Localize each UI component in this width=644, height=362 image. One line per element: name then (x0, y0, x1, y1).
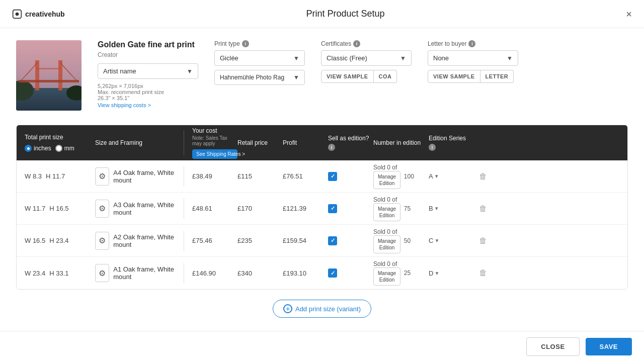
product-dimensions: 5,262px × 7,016px Max. recommend print s… (98, 83, 198, 101)
inches-radio[interactable]: inches (25, 145, 51, 152)
view-shipping-link[interactable]: View shipping costs > (98, 102, 151, 108)
print-type-info-icon[interactable]: i (242, 40, 249, 47)
table-row: W 23.4 H 33.1 ⚙ A1 Oak frame, White moun… (17, 257, 627, 289)
th-size-framing: Size and Framing (95, 139, 176, 146)
close-button[interactable]: CLOSE (526, 337, 579, 356)
view-sample-letter-button[interactable]: VIEW SAMPLE (428, 70, 480, 83)
th-divider (184, 130, 184, 155)
edition-number-0: 100 (404, 173, 414, 180)
letter-to-buyer-info-icon[interactable]: i (468, 40, 475, 47)
letter-to-buyer-dropdown[interactable]: None ▼ (428, 50, 518, 66)
print-paper-arrow: ▼ (293, 74, 299, 81)
sold-info-0: Sold 0 of (373, 164, 429, 171)
row-width-0: W 8.3 (25, 172, 42, 180)
row-sell-2 (328, 236, 373, 245)
save-button[interactable]: SAVE (586, 338, 632, 355)
logo-icon (12, 9, 22, 19)
row-actions-2: 🗑 (479, 236, 499, 245)
manage-edition-button-0[interactable]: ManageEdition (373, 171, 400, 189)
row-size-2: W 16.5 H 23.4 (25, 237, 95, 244)
row-framing-text-1: A3 Oak frame, White mount (113, 201, 176, 216)
manage-edition-button-3[interactable]: ManageEdition (373, 267, 400, 286)
row-retail-2: £235 (237, 237, 283, 244)
see-shipping-button[interactable]: See Shipping Rates > (192, 149, 237, 159)
modal-footer: CLOSE SAVE (0, 331, 644, 362)
row-cost-3: £146.90 (192, 269, 237, 277)
sell-as-edition-info-icon[interactable]: i (328, 144, 335, 151)
row-profit-0: £76.51 (283, 172, 328, 180)
delete-button-3[interactable]: 🗑 (479, 268, 487, 278)
row-divider-2 (184, 231, 184, 251)
close-x-button[interactable]: × (626, 9, 632, 19)
series-select-3[interactable]: D ▼ (429, 269, 439, 277)
row-framing-0: ⚙ A4 Oak frame, White mount (95, 167, 176, 186)
print-paper-dropdown[interactable]: Hahnemühle Photo Rag ▼ (214, 70, 305, 85)
svg-rect-12 (19, 80, 79, 82)
letter-sample-buttons: VIEW SAMPLE LETTER (428, 70, 518, 83)
product-meta: Golden Gate fine art print Creator Artis… (98, 40, 198, 111)
row-series-2: C ▼ (429, 237, 479, 244)
row-framing-1: ⚙ A3 Oak frame, White mount (95, 200, 176, 218)
row-profit-2: £159.54 (283, 237, 328, 244)
modal-body: Golden Gate fine art print Creator Artis… (0, 28, 644, 331)
row-edition-3: Sold 0 of ManageEdition 25 (373, 260, 429, 286)
series-arrow-2: ▼ (434, 238, 439, 243)
row-cost-1: £48.61 (192, 205, 237, 212)
series-select-1[interactable]: B ▼ (429, 205, 439, 212)
variants-table: Total print size inches mm (16, 125, 628, 290)
row-framing-2: ⚙ A2 Oak frame, White mount (95, 232, 176, 250)
row-retail-3: £340 (237, 269, 283, 277)
creator-dropdown[interactable]: Artist name ▼ (98, 63, 198, 79)
view-sample-coa-button[interactable]: VIEW SAMPLE (321, 70, 374, 83)
sell-checkbox-1[interactable] (328, 204, 337, 213)
delete-button-1[interactable]: 🗑 (479, 204, 487, 213)
manage-edition-button-1[interactable]: ManageEdition (373, 203, 400, 221)
row-width-1: W 11.7 (25, 205, 45, 212)
modal: creativehub Print Product Setup × (0, 0, 644, 362)
row-retail-0: £115 (237, 172, 283, 180)
delete-button-0[interactable]: 🗑 (479, 172, 487, 181)
unit-toggle: inches mm (25, 145, 95, 152)
series-select-2[interactable]: C ▼ (429, 237, 439, 244)
row-sell-3 (328, 268, 373, 278)
row-divider-0 (184, 166, 184, 187)
certificates-dropdown[interactable]: Classic (Free) ▼ (321, 50, 412, 66)
row-sell-0 (328, 172, 373, 181)
manage-edition-button-2[interactable]: ManageEdition (373, 235, 400, 253)
row-framing-text-2: A2 Oak frame, White mount (113, 233, 176, 248)
row-edition-1: Sold 0 of ManageEdition 75 (373, 196, 429, 221)
delete-button-2[interactable]: 🗑 (479, 236, 487, 245)
row-edition-2: Sold 0 of ManageEdition 50 (373, 228, 429, 253)
edition-number-1: 75 (404, 205, 411, 212)
letter-button[interactable]: LETTER (480, 70, 514, 83)
table-row: W 16.5 H 23.4 ⚙ A2 Oak frame, White moun… (17, 225, 627, 257)
add-variant-icon: + (283, 304, 292, 313)
gear-button-0[interactable]: ⚙ (95, 167, 109, 186)
gear-button-1[interactable]: ⚙ (95, 200, 109, 218)
logo-text: creativehub (25, 10, 65, 18)
mm-radio[interactable]: mm (55, 145, 74, 152)
coa-button[interactable]: COA (374, 70, 397, 83)
gear-button-2[interactable]: ⚙ (95, 232, 109, 250)
sell-checkbox-0[interactable] (328, 172, 337, 181)
add-variant-button[interactable]: + Add print size (variant) (273, 300, 371, 318)
edition-number-3: 25 (404, 269, 411, 277)
gear-button-3[interactable]: ⚙ (95, 264, 109, 282)
series-select-0[interactable]: A ▼ (429, 172, 439, 180)
row-edition-0: Sold 0 of ManageEdition 100 (373, 164, 429, 189)
modal-header: creativehub Print Product Setup × (0, 0, 644, 28)
print-type-dropdown[interactable]: Giclée ▼ (214, 50, 305, 66)
row-retail-1: £170 (237, 205, 283, 212)
th-number-in-edition: Number in edition (373, 139, 429, 146)
inches-radio-dot (25, 145, 32, 152)
row-actions-3: 🗑 (479, 268, 499, 278)
table-rows: W 8.3 H 11.7 ⚙ A4 Oak frame, White mount… (17, 160, 627, 289)
series-letter-0: A (429, 172, 433, 180)
certificates-sample-buttons: VIEW SAMPLE COA (321, 70, 412, 83)
certificates-info-icon[interactable]: i (353, 40, 360, 47)
row-width-2: W 16.5 (25, 237, 45, 244)
sell-checkbox-2[interactable] (328, 236, 337, 245)
letter-to-buyer-field: Letter to buyer i None ▼ VIEW SAMPLE LET… (428, 40, 518, 111)
edition-series-info-icon[interactable]: i (429, 144, 436, 151)
sell-checkbox-3[interactable] (328, 268, 337, 278)
